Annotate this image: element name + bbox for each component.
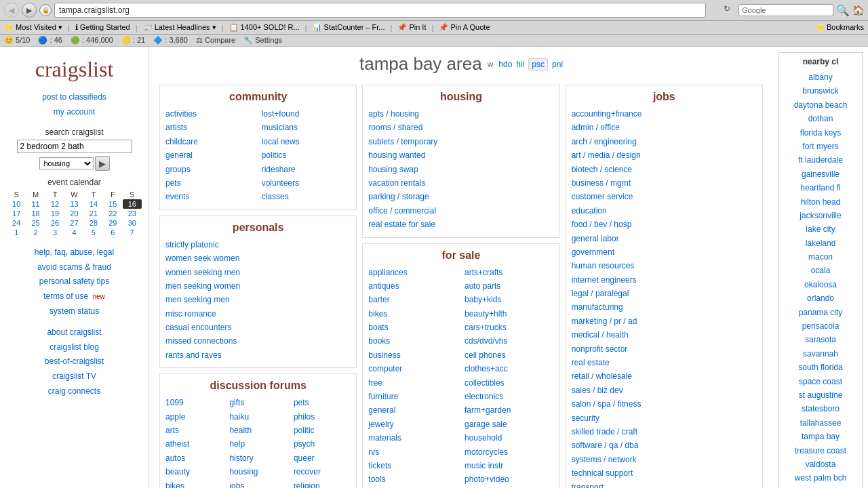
sale-free[interactable]: free — [368, 376, 458, 390]
cal-day[interactable]: 11 — [26, 199, 45, 209]
cal-day[interactable]: 1 — [7, 228, 26, 237]
sale-bikes[interactable]: bikes — [368, 307, 458, 321]
nearby-okaloosa[interactable]: okaloosa — [783, 278, 858, 291]
forward-button[interactable]: ▶ — [22, 3, 37, 18]
disc-housing[interactable]: housing — [229, 465, 286, 479]
nearby-brunswick[interactable]: brunswick — [783, 84, 858, 98]
url-bar[interactable]: tampa.craigslist.org — [54, 3, 706, 18]
sale-antiques[interactable]: antiques — [368, 279, 458, 293]
search-submit-button[interactable]: ▶ — [95, 156, 110, 171]
disc-arts[interactable]: arts — [165, 424, 222, 437]
sale-jewelry[interactable]: jewelry — [368, 418, 458, 431]
nearby-statesboro[interactable]: statesboro — [783, 402, 858, 415]
nearby-gainesville[interactable]: gainesville — [783, 167, 858, 181]
sale-barter[interactable]: barter — [368, 293, 458, 306]
nearby-valdosta[interactable]: valdosta — [783, 458, 858, 471]
housing-rooms[interactable]: rooms / shared — [368, 121, 553, 134]
cal-day[interactable]: 28 — [84, 218, 103, 228]
community-volunteers[interactable]: volunteers — [262, 176, 351, 190]
avoid-scams-link[interactable]: avoid scams & fraud — [7, 260, 142, 275]
nearby-albany[interactable]: albany — [783, 70, 858, 84]
housing-office[interactable]: office / commercial — [368, 204, 553, 218]
nearby-hilton-head[interactable]: hilton head — [783, 195, 858, 209]
community-musicians[interactable]: musicians — [262, 121, 351, 134]
sale-business[interactable]: business — [368, 348, 458, 362]
search-icon[interactable]: 🔍 — [836, 4, 850, 17]
nearby-pensacola[interactable]: pensacola — [783, 319, 858, 333]
craigslist-blog-link[interactable]: craigslist blog — [7, 340, 142, 355]
jobs-nonprofit[interactable]: nonprofit sector — [572, 342, 757, 356]
search-input[interactable] — [17, 140, 132, 153]
jobs-legal[interactable]: legal / paralegal — [572, 287, 757, 300]
discussion-title[interactable]: discussion forums — [165, 380, 351, 392]
nearby-st-augustine[interactable]: st augustine — [783, 388, 858, 402]
header-link-hil[interactable]: hil — [516, 60, 524, 69]
nearby-lakeland[interactable]: lakeland — [783, 237, 858, 250]
sale-beauty-hlth[interactable]: beauty+hlth — [465, 307, 554, 321]
sale-arts-crafts[interactable]: arts+crafts — [465, 266, 554, 279]
jobs-government[interactable]: government — [572, 245, 757, 259]
personals-w4w[interactable]: women seek women — [165, 251, 351, 265]
post-to-classifieds-link[interactable]: post to classifieds — [7, 90, 142, 105]
disc-politic[interactable]: politic — [294, 424, 351, 437]
jobs-title[interactable]: jobs — [572, 91, 757, 103]
housing-sublets[interactable]: sublets / temporary — [368, 135, 553, 148]
cal-day[interactable]: 20 — [64, 209, 83, 218]
sale-garage-sale[interactable]: garage sale — [465, 418, 554, 431]
housing-real-estate[interactable]: real estate for sale — [368, 218, 553, 231]
disc-autos[interactable]: autos — [165, 451, 222, 465]
sale-boats[interactable]: boats — [368, 321, 458, 334]
personals-w4m[interactable]: women seeking men — [165, 266, 351, 279]
header-link-hdo[interactable]: hdo — [498, 60, 512, 69]
jobs-transport[interactable]: transport — [572, 481, 757, 488]
community-title[interactable]: community — [165, 91, 351, 103]
housing-parking[interactable]: parking / storage — [368, 190, 553, 203]
home-icon[interactable]: 🏠 — [852, 5, 864, 16]
nearby-daytona-beach[interactable]: daytona beach — [783, 98, 858, 112]
sale-clothes[interactable]: clothes+acc — [465, 362, 554, 375]
community-pets[interactable]: pets — [165, 176, 255, 190]
cal-day[interactable]: 30 — [123, 218, 142, 228]
disc-atheist[interactable]: atheist — [165, 437, 222, 451]
nearby-tampa-bay[interactable]: tampa bay — [783, 430, 858, 443]
jobs-business[interactable]: business / mgmt — [572, 176, 757, 190]
personals-misc-romance[interactable]: misc romance — [165, 307, 351, 321]
disc-philos[interactable]: philos — [294, 410, 351, 424]
cal-day[interactable]: 6 — [103, 228, 122, 237]
personals-strictly-platonic[interactable]: strictly platonic — [165, 238, 351, 251]
disc-gifts[interactable]: gifts — [229, 396, 286, 409]
sale-music-instr[interactable]: music instr — [465, 459, 554, 472]
sale-collectibles[interactable]: collectibles — [465, 376, 554, 390]
sale-general[interactable]: general — [368, 403, 458, 417]
cal-day[interactable]: 23 — [123, 209, 142, 218]
disc-history[interactable]: history — [229, 451, 286, 465]
bm-getting-started[interactable]: ℹ Getting Started — [75, 23, 130, 32]
bookmark-star-icon[interactable]: ☆ — [709, 4, 721, 16]
jobs-systems[interactable]: systems / network — [572, 453, 757, 466]
jobs-internet[interactable]: internet engineers — [572, 273, 757, 287]
jobs-admin[interactable]: admin / office — [572, 121, 757, 134]
jobs-medical[interactable]: medical / health — [572, 328, 757, 342]
nearby-macon[interactable]: macon — [783, 250, 858, 264]
best-of-craigslist-link[interactable]: best-of-craigslist — [7, 354, 142, 369]
jobs-manufacturing[interactable]: manufacturing — [572, 300, 757, 314]
cal-day[interactable]: 10 — [7, 199, 26, 209]
nearby-florida-keys[interactable]: florida keys — [783, 126, 858, 140]
nearby-lake-city[interactable]: lake city — [783, 222, 858, 236]
header-link-pnl[interactable]: pnl — [552, 60, 563, 69]
housing-vacation[interactable]: vacation rentals — [368, 176, 553, 190]
nearby-dothan[interactable]: dothan — [783, 112, 858, 125]
nearby-ocala[interactable]: ocala — [783, 264, 858, 277]
disc-bikes[interactable]: bikes — [165, 479, 222, 488]
cal-day[interactable]: 14 — [84, 199, 103, 209]
disc-apple[interactable]: apple — [165, 410, 222, 424]
sale-farm-garden[interactable]: farm+garden — [465, 403, 554, 417]
disc-health[interactable]: health — [229, 424, 286, 437]
nearby-jacksonville[interactable]: jacksonville — [783, 209, 858, 222]
personals-casual-encounters[interactable]: casual encounters — [165, 321, 351, 334]
cal-day[interactable]: 27 — [64, 218, 83, 228]
sale-furniture[interactable]: furniture — [368, 390, 458, 403]
personals-missed-connections[interactable]: missed connections — [165, 334, 351, 348]
personals-m4w[interactable]: men seeking women — [165, 279, 351, 293]
sale-computer[interactable]: computer — [368, 362, 458, 375]
